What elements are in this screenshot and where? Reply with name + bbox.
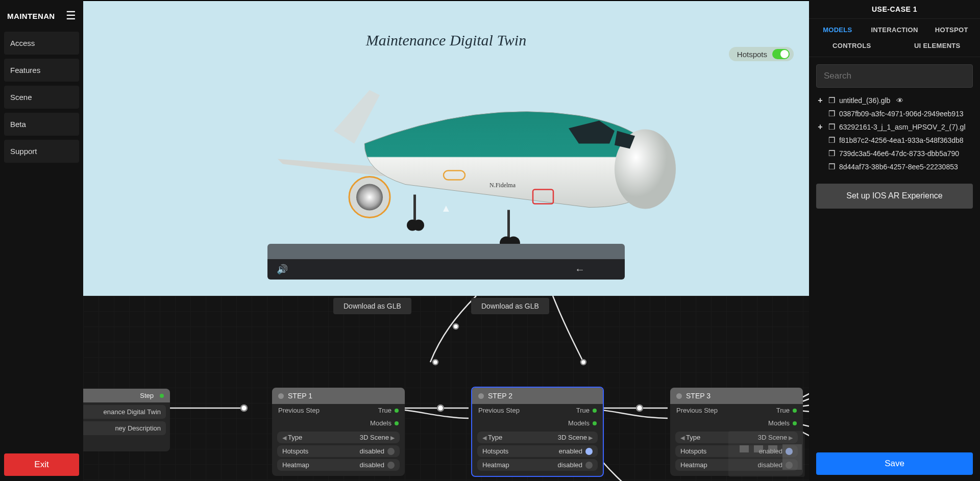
svg-marker-0: [334, 90, 380, 144]
eye-icon[interactable]: 👁: [896, 96, 903, 105]
tab-models[interactable]: MODELS: [809, 22, 866, 38]
svg-point-19: [636, 405, 643, 411]
sidebar-item-support[interactable]: Support: [4, 140, 79, 163]
step2-type[interactable]: ◀ Type3D Scene ▶: [477, 432, 598, 443]
viewport-title: Maintenance Digital Twin: [366, 32, 526, 49]
viewport-3d[interactable]: Maintenance Digital Twin: [83, 1, 809, 296]
tab-ui-elements[interactable]: UI ELEMENTS: [895, 38, 981, 54]
model-item[interactable]: +❒63292161-3_j_1_asm_HPSOV_2_(7).gl: [814, 121, 975, 133]
sound-icon[interactable]: 🔊: [277, 264, 288, 275]
cube-icon: ❒: [828, 122, 835, 132]
model-item[interactable]: ❒f81b87c2-4256-4ea1-933a-548f363db8: [814, 135, 975, 146]
sidebar-item-access[interactable]: Access: [4, 32, 79, 55]
hotspot-toggle-label: Hotspots: [737, 50, 767, 59]
cube-icon: ❒: [828, 149, 835, 158]
cube-icon: ❒: [828, 109, 835, 118]
intro-title-field[interactable]: enance Digital Twin: [83, 405, 166, 419]
cube-icon: ❒: [828, 162, 835, 171]
expand-icon[interactable]: +: [816, 96, 824, 105]
models-list: +❒untitled_(36).glb👁 ❒0387fb09-a3fc-4971…: [809, 93, 980, 178]
back-arrow-icon[interactable]: ←: [575, 264, 585, 275]
sidebar-item-scene[interactable]: Scene: [4, 86, 79, 109]
svg-point-10: [413, 220, 424, 231]
cube-icon: ❒: [828, 136, 835, 145]
node-graph[interactable]: Download as GLB Download as GLB Step ena…: [83, 296, 809, 481]
media-bar: 🔊 ←: [267, 244, 625, 280]
right-panel: USE-CASE 1 MODELS INTERACTION HOTSPOT CO…: [809, 0, 980, 481]
tabs: MODELS INTERACTION HOTSPOT CONTROLS UI E…: [809, 18, 980, 57]
chevron-up-icon[interactable]: ▲: [441, 202, 451, 214]
exit-button[interactable]: Exit: [4, 453, 79, 476]
hotspot-toggle[interactable]: Hotspots: [729, 47, 794, 61]
tab-controls[interactable]: CONTROLS: [809, 38, 895, 54]
media-progress[interactable]: [267, 244, 625, 259]
toggle-switch[interactable]: [772, 49, 790, 59]
download-glb-button-2[interactable]: Download as GLB: [471, 298, 549, 314]
menu-icon[interactable]: ☰: [66, 9, 76, 22]
tab-interaction[interactable]: INTERACTION: [866, 22, 923, 38]
step1-type[interactable]: ◀ Type3D Scene ▶: [277, 432, 400, 443]
svg-rect-8: [413, 195, 416, 223]
intro-overview-field: view Overview: [83, 438, 170, 451]
tab-hotspot[interactable]: HOTSPOT: [923, 22, 980, 38]
model-item[interactable]: ❒8d44af73-38b6-4257-8ee5-22230853: [814, 161, 975, 172]
svg-text:N.Fidelma: N.Fidelma: [489, 182, 516, 189]
search-input[interactable]: [816, 64, 973, 88]
step2-hotspots[interactable]: Hotspotsenabled: [477, 445, 598, 457]
svg-point-22: [453, 324, 458, 329]
sidebar-item-features[interactable]: Features: [4, 59, 79, 82]
ios-ar-button[interactable]: Set up IOS AR Experience: [816, 184, 973, 209]
aircraft-model[interactable]: N.Fidelma: [211, 55, 681, 264]
svg-point-7: [356, 184, 383, 211]
step1-hotspots[interactable]: Hotspotsdisabled: [277, 445, 400, 457]
left-sidebar: MAINTENAN ☰ Access Features Scene Beta S…: [0, 0, 83, 481]
svg-point-20: [433, 360, 438, 365]
graph-minimap[interactable]: [728, 431, 805, 477]
save-button[interactable]: Save: [816, 452, 973, 475]
step2-heatmap[interactable]: Heatmapdisabled: [477, 459, 598, 471]
node-intro[interactable]: Step enance Digital Twin ney Description…: [83, 389, 170, 451]
cube-icon: ❒: [828, 96, 835, 105]
node-step-2[interactable]: STEP 2 Previous StepTrue Models ◀ Type3D…: [471, 387, 604, 477]
step1-heatmap[interactable]: Heatmapdisabled: [277, 459, 400, 471]
model-item[interactable]: ❒739dc3a5-46e6-47dc-8733-dbb5a790: [814, 148, 975, 159]
model-item[interactable]: +❒untitled_(36).glb👁: [814, 95, 975, 106]
svg-point-21: [581, 360, 586, 365]
intro-desc-field[interactable]: ney Description: [83, 421, 166, 435]
usecase-title: USE-CASE 1: [809, 0, 980, 18]
download-glb-button-1[interactable]: Download as GLB: [333, 298, 411, 314]
expand-icon[interactable]: +: [816, 122, 824, 132]
svg-point-17: [241, 405, 247, 411]
model-item[interactable]: ❒0387fb09-a3fc-4971-906d-2949eeb913: [814, 108, 975, 119]
node-step-1[interactable]: STEP 1 Previous StepTrue Models ◀ Type3D…: [272, 388, 405, 476]
svg-rect-11: [507, 210, 510, 241]
sidebar-item-beta[interactable]: Beta: [4, 113, 79, 136]
sidebar-title: MAINTENAN: [7, 12, 55, 20]
svg-point-18: [437, 405, 444, 411]
